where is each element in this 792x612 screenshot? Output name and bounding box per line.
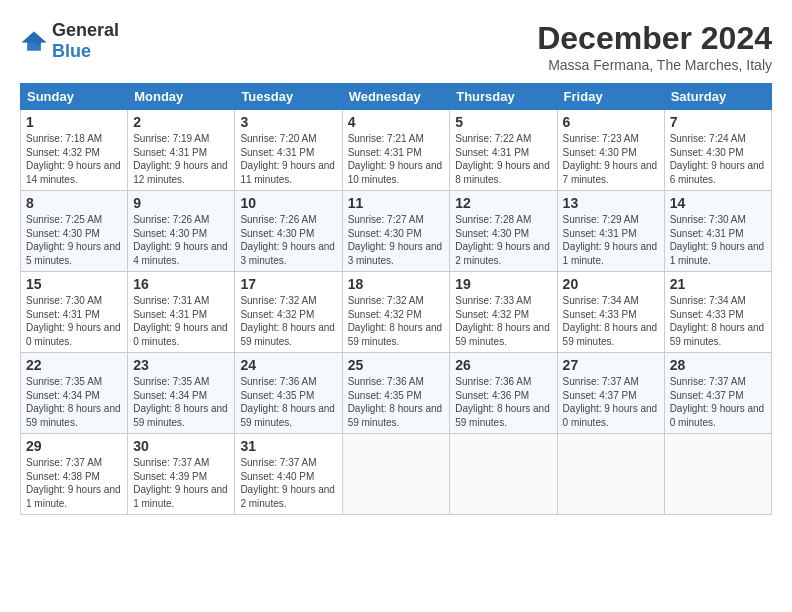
- table-row: 1 Sunrise: 7:18 AM Sunset: 4:32 PM Dayli…: [21, 110, 128, 191]
- day-info: Sunrise: 7:37 AM Sunset: 4:37 PM Dayligh…: [563, 375, 659, 429]
- calendar-table: Sunday Monday Tuesday Wednesday Thursday…: [20, 83, 772, 515]
- day-number: 8: [26, 195, 122, 211]
- calendar-header-row: Sunday Monday Tuesday Wednesday Thursday…: [21, 84, 772, 110]
- col-monday: Monday: [128, 84, 235, 110]
- day-info: Sunrise: 7:37 AM Sunset: 4:38 PM Dayligh…: [26, 456, 122, 510]
- col-sunday: Sunday: [21, 84, 128, 110]
- day-number: 23: [133, 357, 229, 373]
- day-info: Sunrise: 7:28 AM Sunset: 4:30 PM Dayligh…: [455, 213, 551, 267]
- day-info: Sunrise: 7:32 AM Sunset: 4:32 PM Dayligh…: [348, 294, 445, 348]
- day-number: 21: [670, 276, 766, 292]
- day-info: Sunrise: 7:36 AM Sunset: 4:36 PM Dayligh…: [455, 375, 551, 429]
- table-row: 28 Sunrise: 7:37 AM Sunset: 4:37 PM Dayl…: [664, 353, 771, 434]
- table-row: 30 Sunrise: 7:37 AM Sunset: 4:39 PM Dayl…: [128, 434, 235, 515]
- logo-text-blue: Blue: [52, 41, 91, 61]
- day-number: 22: [26, 357, 122, 373]
- day-info: Sunrise: 7:26 AM Sunset: 4:30 PM Dayligh…: [240, 213, 336, 267]
- day-info: Sunrise: 7:34 AM Sunset: 4:33 PM Dayligh…: [670, 294, 766, 348]
- day-number: 6: [563, 114, 659, 130]
- col-friday: Friday: [557, 84, 664, 110]
- table-row: 23 Sunrise: 7:35 AM Sunset: 4:34 PM Dayl…: [128, 353, 235, 434]
- day-info: Sunrise: 7:34 AM Sunset: 4:33 PM Dayligh…: [563, 294, 659, 348]
- day-number: 26: [455, 357, 551, 373]
- calendar-body: 1 Sunrise: 7:18 AM Sunset: 4:32 PM Dayli…: [21, 110, 772, 515]
- table-row: 9 Sunrise: 7:26 AM Sunset: 4:30 PM Dayli…: [128, 191, 235, 272]
- day-info: Sunrise: 7:22 AM Sunset: 4:31 PM Dayligh…: [455, 132, 551, 186]
- subtitle: Massa Fermana, The Marches, Italy: [537, 57, 772, 73]
- table-row: 17 Sunrise: 7:32 AM Sunset: 4:32 PM Dayl…: [235, 272, 342, 353]
- day-info: Sunrise: 7:24 AM Sunset: 4:30 PM Dayligh…: [670, 132, 766, 186]
- table-row: 19 Sunrise: 7:33 AM Sunset: 4:32 PM Dayl…: [450, 272, 557, 353]
- table-row: 16 Sunrise: 7:31 AM Sunset: 4:31 PM Dayl…: [128, 272, 235, 353]
- table-row: 2 Sunrise: 7:19 AM Sunset: 4:31 PM Dayli…: [128, 110, 235, 191]
- day-number: 16: [133, 276, 229, 292]
- day-number: 12: [455, 195, 551, 211]
- logo-icon: [20, 30, 48, 52]
- calendar-week-row: 22 Sunrise: 7:35 AM Sunset: 4:34 PM Dayl…: [21, 353, 772, 434]
- day-number: 7: [670, 114, 766, 130]
- day-number: 18: [348, 276, 445, 292]
- table-row: 8 Sunrise: 7:25 AM Sunset: 4:30 PM Dayli…: [21, 191, 128, 272]
- day-info: Sunrise: 7:30 AM Sunset: 4:31 PM Dayligh…: [670, 213, 766, 267]
- day-info: Sunrise: 7:35 AM Sunset: 4:34 PM Dayligh…: [26, 375, 122, 429]
- day-info: Sunrise: 7:33 AM Sunset: 4:32 PM Dayligh…: [455, 294, 551, 348]
- day-number: 28: [670, 357, 766, 373]
- day-info: Sunrise: 7:31 AM Sunset: 4:31 PM Dayligh…: [133, 294, 229, 348]
- table-row: [450, 434, 557, 515]
- table-row: 5 Sunrise: 7:22 AM Sunset: 4:31 PM Dayli…: [450, 110, 557, 191]
- day-info: Sunrise: 7:29 AM Sunset: 4:31 PM Dayligh…: [563, 213, 659, 267]
- table-row: 15 Sunrise: 7:30 AM Sunset: 4:31 PM Dayl…: [21, 272, 128, 353]
- day-info: Sunrise: 7:26 AM Sunset: 4:30 PM Dayligh…: [133, 213, 229, 267]
- day-number: 15: [26, 276, 122, 292]
- day-number: 17: [240, 276, 336, 292]
- day-number: 11: [348, 195, 445, 211]
- day-info: Sunrise: 7:19 AM Sunset: 4:31 PM Dayligh…: [133, 132, 229, 186]
- logo-text-general: General: [52, 20, 119, 40]
- table-row: 4 Sunrise: 7:21 AM Sunset: 4:31 PM Dayli…: [342, 110, 450, 191]
- day-number: 3: [240, 114, 336, 130]
- header: General Blue December 2024 Massa Fermana…: [20, 20, 772, 73]
- day-info: Sunrise: 7:25 AM Sunset: 4:30 PM Dayligh…: [26, 213, 122, 267]
- table-row: [342, 434, 450, 515]
- calendar-week-row: 15 Sunrise: 7:30 AM Sunset: 4:31 PM Dayl…: [21, 272, 772, 353]
- main-title: December 2024: [537, 20, 772, 57]
- day-number: 31: [240, 438, 336, 454]
- calendar-week-row: 29 Sunrise: 7:37 AM Sunset: 4:38 PM Dayl…: [21, 434, 772, 515]
- day-info: Sunrise: 7:23 AM Sunset: 4:30 PM Dayligh…: [563, 132, 659, 186]
- day-number: 30: [133, 438, 229, 454]
- table-row: 11 Sunrise: 7:27 AM Sunset: 4:30 PM Dayl…: [342, 191, 450, 272]
- day-number: 2: [133, 114, 229, 130]
- table-row: 3 Sunrise: 7:20 AM Sunset: 4:31 PM Dayli…: [235, 110, 342, 191]
- day-info: Sunrise: 7:27 AM Sunset: 4:30 PM Dayligh…: [348, 213, 445, 267]
- day-number: 1: [26, 114, 122, 130]
- table-row: 24 Sunrise: 7:36 AM Sunset: 4:35 PM Dayl…: [235, 353, 342, 434]
- day-info: Sunrise: 7:21 AM Sunset: 4:31 PM Dayligh…: [348, 132, 445, 186]
- table-row: 14 Sunrise: 7:30 AM Sunset: 4:31 PM Dayl…: [664, 191, 771, 272]
- table-row: [557, 434, 664, 515]
- day-number: 13: [563, 195, 659, 211]
- table-row: 6 Sunrise: 7:23 AM Sunset: 4:30 PM Dayli…: [557, 110, 664, 191]
- table-row: 22 Sunrise: 7:35 AM Sunset: 4:34 PM Dayl…: [21, 353, 128, 434]
- day-info: Sunrise: 7:36 AM Sunset: 4:35 PM Dayligh…: [348, 375, 445, 429]
- calendar-week-row: 1 Sunrise: 7:18 AM Sunset: 4:32 PM Dayli…: [21, 110, 772, 191]
- col-tuesday: Tuesday: [235, 84, 342, 110]
- table-row: [664, 434, 771, 515]
- table-row: 25 Sunrise: 7:36 AM Sunset: 4:35 PM Dayl…: [342, 353, 450, 434]
- day-number: 9: [133, 195, 229, 211]
- day-number: 19: [455, 276, 551, 292]
- day-info: Sunrise: 7:35 AM Sunset: 4:34 PM Dayligh…: [133, 375, 229, 429]
- table-row: 29 Sunrise: 7:37 AM Sunset: 4:38 PM Dayl…: [21, 434, 128, 515]
- table-row: 31 Sunrise: 7:37 AM Sunset: 4:40 PM Dayl…: [235, 434, 342, 515]
- table-row: 13 Sunrise: 7:29 AM Sunset: 4:31 PM Dayl…: [557, 191, 664, 272]
- day-number: 10: [240, 195, 336, 211]
- day-info: Sunrise: 7:37 AM Sunset: 4:37 PM Dayligh…: [670, 375, 766, 429]
- day-info: Sunrise: 7:18 AM Sunset: 4:32 PM Dayligh…: [26, 132, 122, 186]
- day-number: 14: [670, 195, 766, 211]
- day-number: 25: [348, 357, 445, 373]
- table-row: 18 Sunrise: 7:32 AM Sunset: 4:32 PM Dayl…: [342, 272, 450, 353]
- col-thursday: Thursday: [450, 84, 557, 110]
- col-saturday: Saturday: [664, 84, 771, 110]
- col-wednesday: Wednesday: [342, 84, 450, 110]
- day-number: 29: [26, 438, 122, 454]
- table-row: 20 Sunrise: 7:34 AM Sunset: 4:33 PM Dayl…: [557, 272, 664, 353]
